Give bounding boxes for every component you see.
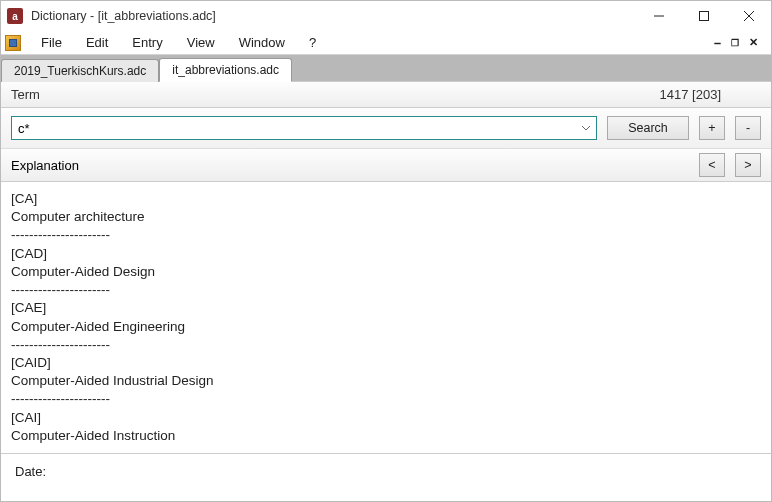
tabstrip: 2019_TuerkischKurs.adc it_abbreviations.… — [1, 55, 771, 81]
minimize-button[interactable] — [636, 1, 681, 31]
window-title: Dictionary - [it_abbreviations.adc] — [31, 9, 216, 23]
footer: Date: — [1, 454, 771, 489]
search-row: Search + - — [1, 108, 771, 149]
tab-tuerkischkurs[interactable]: 2019_TuerkischKurs.adc — [1, 59, 159, 82]
mdi-restore-button[interactable]: ❐ — [727, 36, 743, 50]
results-pane[interactable]: [CA] Computer architecture -------------… — [1, 182, 771, 454]
menu-file[interactable]: File — [29, 32, 74, 53]
add-button[interactable]: + — [699, 116, 725, 140]
term-combo[interactable] — [11, 116, 597, 140]
menu-entry[interactable]: Entry — [120, 32, 174, 53]
menu-view[interactable]: View — [175, 32, 227, 53]
next-button[interactable]: > — [735, 153, 761, 177]
term-header: Term 1417 [203] — [1, 81, 771, 108]
menu-help[interactable]: ? — [297, 32, 328, 53]
term-label: Term — [11, 87, 40, 102]
explanation-header: Explanation < > — [1, 149, 771, 182]
app-icon: a — [7, 8, 23, 24]
remove-button[interactable]: - — [735, 116, 761, 140]
toolbar-icon — [5, 35, 21, 51]
menu-window[interactable]: Window — [227, 32, 297, 53]
search-input[interactable] — [12, 117, 576, 139]
maximize-button[interactable] — [681, 1, 726, 31]
svg-rect-1 — [699, 12, 708, 21]
titlebar: a Dictionary - [it_abbreviations.adc] — [1, 1, 771, 31]
mdi-minimize-button[interactable]: ‒ — [709, 36, 725, 50]
search-button[interactable]: Search — [607, 116, 689, 140]
mdi-close-button[interactable]: ✕ — [745, 36, 761, 50]
close-button[interactable] — [726, 1, 771, 31]
prev-button[interactable]: < — [699, 153, 725, 177]
tab-it-abbreviations[interactable]: it_abbreviations.adc — [159, 58, 292, 82]
mdi-controls: ‒ ❐ ✕ — [709, 36, 767, 50]
menu-edit[interactable]: Edit — [74, 32, 120, 53]
chevron-down-icon[interactable] — [576, 117, 596, 139]
result-counts: 1417 [203] — [660, 87, 761, 102]
date-label: Date: — [15, 464, 46, 479]
menubar: File Edit Entry View Window ? ‒ ❐ ✕ — [1, 31, 771, 55]
explanation-label: Explanation — [11, 158, 79, 173]
